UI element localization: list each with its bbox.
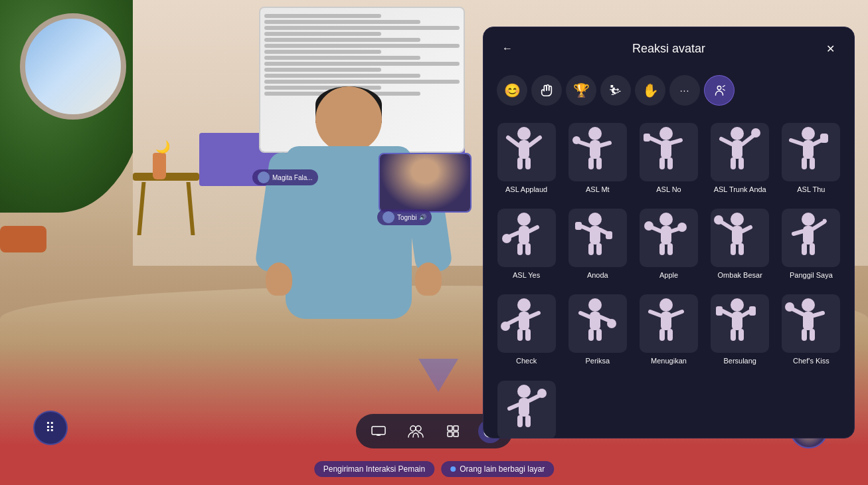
gesture-asl-applaud[interactable]: ASL Applaud [494, 119, 559, 198]
name-tag-main: Magita Fala... [252, 169, 318, 185]
gesture-img-panggil-saya [782, 209, 840, 267]
svg-rect-52 [517, 243, 523, 255]
svg-rect-46 [810, 157, 815, 169]
screen-button[interactable] [367, 419, 391, 443]
svg-point-50 [502, 234, 511, 243]
panel-back-button[interactable]: ← [497, 38, 518, 59]
svg-rect-5 [448, 426, 452, 431]
svg-rect-63 [661, 226, 671, 244]
panel-close-button[interactable]: ✕ [820, 38, 841, 59]
panel-header: ← Reaksi avatar ✕ [483, 27, 854, 70]
category-hands-btn[interactable] [531, 75, 562, 106]
svg-rect-17 [517, 157, 523, 169]
svg-point-83 [517, 298, 531, 312]
bg-ottoman-left [0, 226, 46, 252]
gesture-label-asl-mt: ASL Mt [586, 185, 610, 194]
svg-rect-25 [596, 157, 602, 169]
svg-rect-110 [738, 329, 744, 341]
gesture-check[interactable]: Check [494, 290, 559, 369]
svg-point-13 [517, 127, 531, 140]
svg-point-73 [714, 215, 723, 225]
video-person [380, 154, 470, 211]
gesture-club-dana[interactable]: Club Dana [494, 377, 559, 438]
category-more-btn[interactable]: ··· [669, 75, 700, 106]
avatar-right-hand [415, 262, 442, 296]
gesture-chefs-kiss[interactable]: Chef's Kiss [779, 290, 843, 369]
svg-line-87 [529, 313, 539, 317]
svg-point-122 [537, 389, 547, 398]
gesture-label-asl-applaud: ASL Applaud [505, 185, 547, 194]
category-sign-btn[interactable] [704, 75, 735, 106]
category-emoji-btn[interactable]: 😊 [497, 75, 527, 106]
gesture-panggil-saya[interactable]: Panggil Saya [779, 205, 843, 284]
gesture-label-bersulang: Bersulang [723, 357, 756, 365]
svg-line-105 [721, 310, 732, 316]
svg-rect-106 [716, 306, 723, 316]
gesture-ombak-besar[interactable]: Ombak Besar [708, 205, 772, 284]
gesture-periksa[interactable]: Periksa [565, 290, 630, 369]
svg-rect-44 [820, 134, 828, 143]
svg-rect-76 [738, 243, 744, 255]
gesture-asl-no[interactable]: ASL No [636, 119, 701, 198]
svg-line-80 [814, 222, 824, 229]
svg-point-103 [731, 298, 744, 312]
svg-point-19 [588, 127, 602, 140]
screen-share-dot [450, 466, 456, 472]
category-trophy-btn[interactable]: 🏆 [566, 75, 596, 106]
svg-rect-91 [590, 312, 600, 330]
status-bar: Pengiriman Interaksi Pemain Orang lain b… [314, 461, 554, 477]
svg-point-94 [607, 319, 616, 328]
category-sport-btn[interactable]: ⛷ [600, 75, 631, 106]
gesture-img-apple [640, 209, 698, 267]
svg-rect-38 [731, 157, 736, 169]
gesture-asl-mt[interactable]: ASL Mt [565, 119, 630, 198]
gesture-img-asl-applaud [497, 123, 556, 181]
gesture-apple[interactable]: Apple [636, 205, 701, 284]
svg-point-40 [802, 127, 815, 140]
world-icon [446, 424, 460, 438]
grid-button[interactable]: ⠿ [33, 411, 68, 445]
bg-table [133, 173, 199, 259]
svg-rect-6 [454, 426, 458, 431]
world-button[interactable] [441, 419, 465, 443]
svg-line-100 [671, 312, 682, 316]
name-tag-video-icon [383, 211, 394, 223]
svg-line-92 [580, 313, 590, 317]
svg-rect-82 [810, 243, 815, 255]
gesture-asl-thu[interactable]: ASL Thu [779, 119, 843, 198]
category-wave-btn[interactable]: ✋ [635, 75, 665, 106]
gesture-bersulang[interactable]: Bersulang [708, 290, 772, 369]
svg-rect-81 [802, 243, 807, 255]
gesture-img-anoda [568, 209, 627, 267]
svg-point-22 [572, 136, 580, 144]
svg-rect-31 [659, 157, 665, 169]
svg-line-120 [509, 405, 519, 409]
svg-rect-14 [519, 140, 529, 159]
svg-line-23 [600, 143, 610, 146]
svg-rect-59 [606, 231, 612, 239]
gesture-asl-yes[interactable]: ASL Yes [494, 205, 559, 284]
svg-point-70 [731, 213, 744, 226]
svg-rect-0 [372, 427, 385, 435]
svg-rect-39 [738, 157, 744, 169]
svg-point-97 [659, 298, 673, 312]
gesture-label-asl-thu: ASL Thu [797, 185, 825, 194]
gesture-label-menugikan: Menugikan [651, 357, 687, 365]
gesture-anoda[interactable]: Anoda [565, 205, 630, 284]
screen-share-pill[interactable]: Orang lain berbagi layar [441, 461, 554, 477]
svg-line-115 [814, 313, 823, 316]
category-row: 😊 🏆 ⛷ ✋ ··· [483, 70, 854, 114]
svg-rect-102 [667, 329, 673, 341]
gesture-label-ombak-besar: Ombak Besar [718, 271, 762, 280]
gesture-label-apple: Apple [659, 271, 678, 280]
svg-rect-124 [525, 415, 531, 427]
avatar-head [315, 86, 382, 153]
gesture-asl-trunk-anda[interactable]: ASL Trunk Anda [708, 119, 772, 198]
svg-point-54 [588, 213, 602, 226]
gesture-menugikan[interactable]: Menugikan [636, 290, 701, 369]
gesture-img-menugikan [640, 294, 698, 353]
svg-point-77 [802, 213, 815, 226]
gesture-label-check: Check [516, 357, 537, 365]
svg-point-86 [501, 322, 510, 331]
people-button[interactable] [404, 419, 428, 443]
